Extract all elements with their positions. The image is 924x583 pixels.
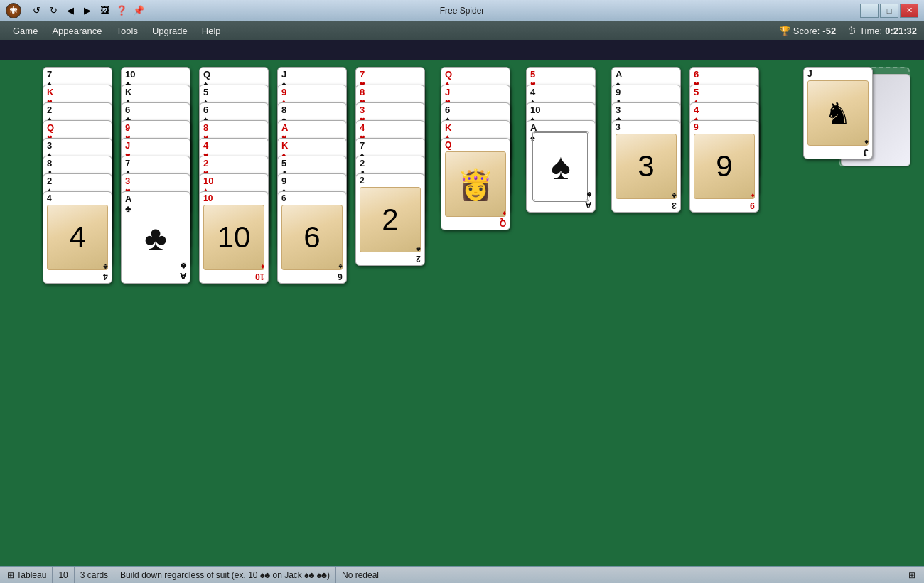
time-display: ⏱ Time: 0:21:32 bbox=[847, 26, 917, 36]
face-card[interactable]: 3♣ 3 3♣ bbox=[611, 120, 681, 213]
menu-game[interactable]: Game bbox=[6, 23, 45, 38]
nav-right-icon[interactable]: ▶ bbox=[80, 3, 95, 18]
face-card[interactable]: Q♦ 👸 Q♦ bbox=[441, 138, 510, 230]
card[interactable]: A♠ ♠ A♠ bbox=[526, 120, 596, 213]
close-button[interactable]: ✕ bbox=[900, 4, 918, 18]
score-value: -52 bbox=[822, 26, 836, 36]
minimize-button[interactable]: ─ bbox=[860, 4, 879, 18]
card-column-6: Q♦ Q♦ J♥ J♥ 6♠ ♠ ♠ ♠ ♠ ♠ ♠ bbox=[441, 67, 510, 493]
window-title: Free Spider bbox=[440, 6, 485, 16]
status-cards: 3 cards bbox=[75, 567, 114, 583]
undo-icon[interactable]: ↺ bbox=[28, 3, 44, 18]
face-card[interactable]: J♠ ♞ J♠ bbox=[803, 67, 873, 159]
face-card[interactable]: 9♦ 9 9♦ bbox=[689, 120, 759, 213]
game-area[interactable]: 7♠ ♠ ♠ ♠ ♠ ♠ ♠ ♠ 7♠ K♥ K♥ 2♠ ♠ ♠ bbox=[0, 60, 924, 566]
card-column-5: 7♥ ♥ ♥ ♥ ♥ ♥ ♥ ♥ 7♥ 8♥ ♥ ♥ ♥ ♥ ♥ ♥ ♥ ♥ 8… bbox=[355, 67, 425, 493]
menu-tools[interactable]: Tools bbox=[109, 23, 145, 38]
card[interactable]: A♣ ♣ A♣ A bbox=[121, 191, 190, 284]
pin-icon[interactable]: 📌 bbox=[131, 3, 146, 18]
window-controls: ─ □ ✕ bbox=[860, 4, 918, 18]
hint-text: Build down regardless of suit (ex. 10 ♠♣… bbox=[120, 570, 330, 580]
clock-icon: ⏱ bbox=[847, 26, 856, 36]
status-tableau: ⊞ Tableau bbox=[4, 567, 53, 583]
maximize-button[interactable]: □ bbox=[880, 4, 898, 18]
redeal-text: No redeal bbox=[342, 570, 379, 580]
face-card[interactable]: 4♣ 4 4♣ bbox=[43, 191, 112, 284]
status-columns: 10 bbox=[53, 567, 74, 583]
menu-upgrade[interactable]: Upgrade bbox=[145, 23, 195, 38]
redo-icon[interactable]: ↻ bbox=[45, 3, 61, 18]
face-card[interactable]: 10♦ 10 10♦ bbox=[199, 191, 269, 284]
menu-help[interactable]: Help bbox=[195, 23, 228, 38]
status-bar: ⊞ Tableau 10 3 cards Build down regardle… bbox=[0, 566, 924, 583]
card-column-3: Q♠ Q♠ 5♠ ♠ ♠ ♠ ♠ ♠ 5♠ 6♠ ♠ ♠ ♠ ♠ ♠ ♠ bbox=[199, 67, 269, 493]
status-resize-icon: ⊞ bbox=[908, 570, 920, 580]
cards-count: 3 cards bbox=[80, 570, 108, 580]
face-card[interactable]: 2♣ 2 2♣ bbox=[355, 173, 425, 266]
menu-appearance[interactable]: Appearance bbox=[45, 23, 109, 38]
tableau-label: Tableau bbox=[16, 570, 46, 580]
help-icon[interactable]: ❓ bbox=[114, 3, 129, 18]
card-column-10: J♠ ♞ J♠ bbox=[803, 67, 873, 493]
status-hint: Build down regardless of suit (ex. 10 ♠♣… bbox=[114, 567, 336, 583]
nav-left-icon[interactable]: ◀ bbox=[63, 3, 78, 18]
card-column-2: 10♣ ♣ ♣ ♣ ♣ ♣ ♣ ♣ ♣ ♣ ♣ 10♣ K♣ K♣ 6♣ ♣ ♣ bbox=[121, 67, 190, 493]
card-column-8: A♠ ♠ A♠ 9♣ ♣ ♣ ♣ ♣ ♣ ♣ ♣ ♣ ♣ 9♣ 3♣ ♣ ♣ ♣ bbox=[611, 67, 681, 493]
columns-count: 10 bbox=[58, 570, 68, 580]
score-icon: 🏆 bbox=[779, 26, 790, 36]
score-time-area: 🏆 Score: -52 ⏱ Time: 0:21:32 bbox=[779, 21, 917, 40]
status-redeal: No redeal bbox=[336, 567, 385, 583]
tableau-icon: ⊞ bbox=[7, 570, 14, 580]
score-display: 🏆 Score: -52 bbox=[779, 26, 836, 36]
image-icon[interactable]: 🖼 bbox=[97, 3, 112, 18]
menu-bar: Game Appearance Tools Upgrade Help 🏆 Sco… bbox=[0, 21, 924, 40]
title-bar-left: 🕷 ↺ ↻ ◀ ▶ 🖼 ❓ 📌 bbox=[6, 3, 146, 18]
time-label: Time: bbox=[859, 26, 882, 36]
card-column-9: 6♥ ♥ ♥ ♥ ♥ ♥ ♥ 6♥ 5♦ ♦ ♦ ♦ ♦ ♦ 5♦ 4♦ ♦ ♦ bbox=[689, 67, 759, 493]
card-column-4: J♠ J♠ 9♦ ♦ ♦ ♦ ♦ ♦ ♦ ♦ ♦ ♦ 9♦ 8♠ ♠ ♠ ♠ ♠ bbox=[277, 67, 347, 493]
score-label: Score: bbox=[793, 26, 820, 36]
time-value: 0:21:32 bbox=[885, 26, 917, 36]
card-column-7: 5♥ ♥ ♥ ♥ ♥ ♥ 5♥ 4♠ ♠ ♠ ♠ ♠ 4♠ 10♠ ♠ ♠ ♠ … bbox=[526, 67, 596, 493]
face-card[interactable]: 6♠ 6 6♠ bbox=[277, 191, 347, 284]
card-column-1: 7♠ ♠ ♠ ♠ ♠ ♠ ♠ ♠ 7♠ K♥ K♥ 2♠ ♠ ♠ bbox=[43, 67, 112, 493]
toolbar-row: ↺ ↻ ◀ ▶ 🖼 ❓ 📌 bbox=[28, 3, 146, 18]
app-icon: 🕷 bbox=[6, 3, 21, 18]
title-bar: 🕷 ↺ ↻ ◀ ▶ 🖼 ❓ 📌 Free Spider ─ □ ✕ bbox=[0, 0, 924, 21]
